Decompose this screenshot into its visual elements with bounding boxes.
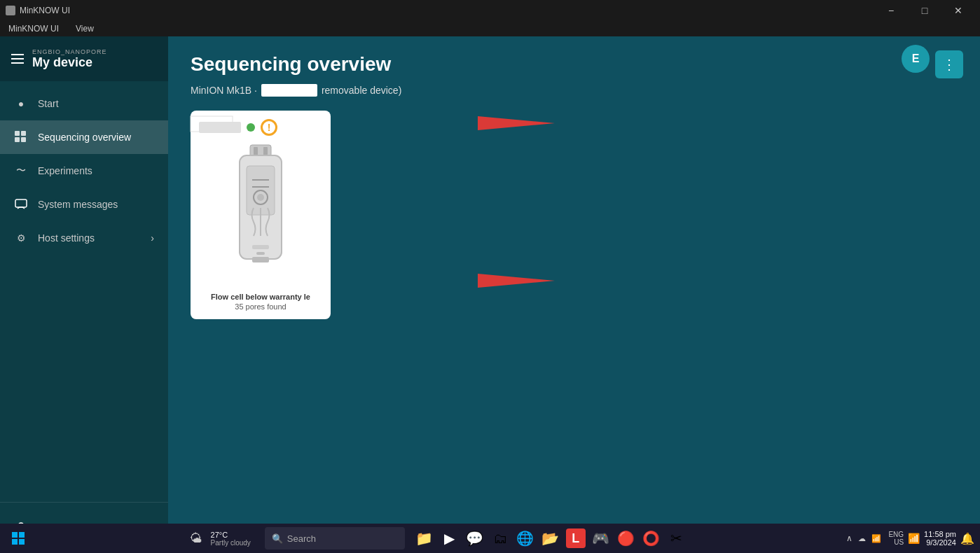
taskbar: 🌤 27°C Partly cloudy 🔍 Search 📁 ▶ 💬 🗂 🌐 …	[0, 524, 980, 553]
taskbar-app-snip[interactable]: ✂	[665, 527, 688, 550]
taskbar-right: ∧ ☁ 📶 ENG US 📶 11:58 pm 9/3/2024 🔔	[846, 530, 974, 547]
sidebar-brand: ENGBIO_NANOPORE My device	[32, 48, 107, 70]
more-button[interactable]: ⋮	[935, 50, 963, 78]
start-icon: ●	[14, 97, 28, 111]
app-title: MinKNOW UI	[20, 6, 70, 15]
locale-section: ENG US	[888, 531, 904, 546]
warning-icon: !	[261, 119, 277, 136]
svg-rect-1	[21, 131, 26, 136]
sidebar-item-experiments[interactable]: 〜 Experiments	[0, 154, 168, 188]
weather-desc: Partly cloudy	[211, 539, 251, 547]
notification-icon[interactable]: 🔔	[960, 532, 974, 545]
sidebar-item-system-messages[interactable]: System messages	[0, 188, 168, 221]
svg-point-16	[257, 194, 264, 201]
taskbar-app-xbox[interactable]: 🎮	[590, 527, 612, 550]
sidebar-item-label: System messages	[38, 199, 118, 210]
close-button[interactable]: ✕	[942, 0, 974, 21]
wifi-icon: 📶	[908, 533, 920, 544]
locale: ENG	[888, 531, 904, 538]
svg-rect-4	[15, 200, 27, 207]
start-button[interactable]	[6, 526, 31, 551]
svg-rect-10	[263, 147, 268, 155]
taskbar-app-explorer[interactable]: 📁	[413, 527, 436, 550]
svg-marker-7	[324, 116, 555, 130]
card-pores-text: 35 pores found	[199, 302, 322, 311]
maximize-button[interactable]: □	[909, 0, 941, 21]
taskbar-app-discord[interactable]: 💬	[464, 527, 486, 550]
sidebar-header: ENGBIO_NANOPORE My device	[0, 36, 168, 81]
weather-text: 27°C Partly cloudy	[211, 531, 251, 547]
svg-rect-9	[254, 147, 258, 155]
taskbar-app-circle[interactable]: ⭕	[640, 527, 663, 550]
chevron-right-icon: ›	[151, 232, 154, 244]
taskbar-app-edge[interactable]: 🌐	[514, 527, 537, 550]
messages-icon	[14, 197, 28, 211]
settings-icon: ⚙	[14, 231, 28, 245]
card-status-text: Flow cell below warranty le	[199, 293, 322, 301]
menu-view[interactable]: View	[73, 22, 97, 35]
locale-sub: US	[894, 538, 904, 546]
date: 9/3/2024	[926, 538, 956, 547]
app-container: ENGBIO_NANOPORE My device ● Start Seq	[0, 36, 980, 553]
sidebar-item-sequencing-overview[interactable]: Sequencing overview	[0, 120, 168, 154]
tray-cloud-icon: ☁	[858, 534, 866, 543]
device-suffix: removable device)	[322, 85, 401, 96]
svg-rect-21	[12, 532, 18, 538]
sidebar-item-label: Start	[38, 98, 59, 109]
user-avatar[interactable]: E	[902, 45, 930, 73]
card-header: !	[199, 119, 322, 136]
svg-rect-3	[21, 137, 26, 142]
taskbar-app-files[interactable]: 🗂	[489, 527, 511, 550]
status-dot	[247, 123, 255, 132]
title-bar-controls: − □ ✕	[875, 0, 974, 21]
taskbar-app-folder[interactable]: 📂	[539, 527, 562, 550]
device-name-redacted	[199, 122, 241, 133]
taskbar-tray: ∧ ☁ 📶	[846, 533, 881, 543]
weather-temp: 27°C	[211, 531, 228, 539]
search-label: Search	[287, 533, 316, 544]
taskbar-app-library[interactable]: L	[565, 527, 587, 550]
title-bar: MinKNOW UI − □ ✕	[0, 0, 980, 21]
nav-items: ● Start Sequencing overview 〜 Experiment…	[0, 81, 168, 502]
sidebar-item-label: Host settings	[38, 232, 95, 244]
device-subtitle: MinION Mk1B · removable device)	[191, 84, 958, 97]
minimize-button[interactable]: −	[875, 0, 907, 21]
clock-section: 11:58 pm 9/3/2024	[924, 530, 956, 547]
taskbar-app-red1[interactable]: 🔴	[615, 527, 637, 550]
device-card[interactable]: !	[191, 111, 331, 319]
svg-rect-18	[256, 252, 265, 255]
svg-rect-2	[15, 137, 20, 142]
tray-expand-icon[interactable]: ∧	[846, 533, 853, 543]
app-icon	[6, 6, 15, 15]
sidebar-item-start[interactable]: ● Start	[0, 87, 168, 120]
sidebar-item-host-settings[interactable]: ⚙ Host settings ›	[0, 221, 168, 255]
svg-marker-20	[324, 274, 555, 288]
svg-rect-0	[15, 131, 20, 136]
tray-network-icon: 📶	[871, 534, 881, 543]
device-label: MinION Mk1B ·	[191, 85, 257, 96]
menu-bar: MinKNOW UI View	[0, 21, 980, 36]
device-illustration	[226, 141, 296, 284]
minion-svg	[226, 141, 296, 281]
brand-subtitle: ENGBIO_NANOPORE	[32, 48, 107, 55]
taskbar-center: 🌤 27°C Partly cloudy 🔍 Search 📁 ▶ 💬 🗂 🌐 …	[190, 527, 688, 550]
page-title: Sequencing overview	[191, 53, 958, 76]
title-bar-left: MinKNOW UI	[6, 6, 70, 15]
svg-rect-23	[12, 539, 18, 545]
sidebar: ENGBIO_NANOPORE My device ● Start Seq	[0, 36, 168, 553]
svg-rect-24	[19, 539, 25, 545]
svg-rect-17	[252, 245, 269, 249]
experiments-icon: 〜	[14, 164, 28, 178]
weather-section: 🌤	[190, 531, 202, 546]
menu-minknow[interactable]: MinKNOW UI	[6, 22, 62, 35]
search-bar[interactable]: 🔍 Search	[265, 527, 405, 550]
sidebar-item-label: Experiments	[38, 165, 92, 176]
taskbar-app-terminal[interactable]: ▶	[439, 527, 461, 550]
main-content: E ⋮ Sequencing overview MinION Mk1B · re…	[168, 36, 980, 553]
sidebar-item-label: Sequencing overview	[38, 132, 131, 143]
brand-title: My device	[32, 55, 107, 70]
hamburger-icon[interactable]	[11, 54, 24, 64]
time: 11:58 pm	[924, 530, 956, 538]
sequencing-icon	[14, 130, 28, 144]
search-icon: 🔍	[272, 533, 283, 544]
